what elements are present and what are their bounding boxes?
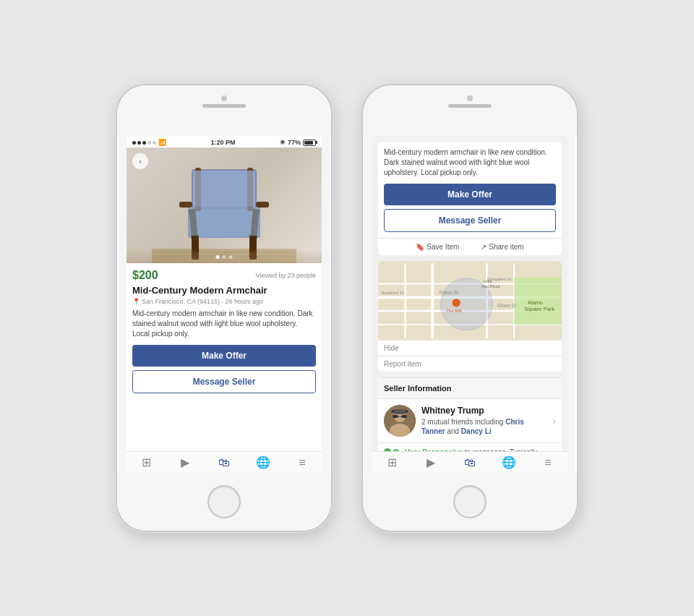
tab-news[interactable]: ⊞ bbox=[127, 455, 166, 469]
tab-marketplace-right[interactable]: 🛍 bbox=[450, 455, 489, 469]
friend2-name: Dancy Li bbox=[461, 427, 492, 435]
signal-dots bbox=[132, 141, 156, 145]
speaker-right bbox=[448, 104, 492, 108]
product-info: $200 Viewed by 23 people Mid-Century Mod… bbox=[127, 263, 322, 451]
tab-news-right[interactable]: ⊞ bbox=[372, 455, 411, 469]
svg-text:The Mill: The Mill bbox=[446, 308, 461, 313]
location-pin-icon: 📍 bbox=[132, 298, 140, 305]
seller-card: Seller Information bbox=[378, 377, 562, 451]
message-seller-button-right[interactable]: Message Seller bbox=[384, 209, 556, 232]
price-row: $200 Viewed by 23 people bbox=[132, 269, 316, 282]
svg-text:Fulton St: Fulton St bbox=[440, 290, 458, 295]
camera-right bbox=[467, 95, 473, 101]
svg-text:Square Park: Square Park bbox=[524, 306, 554, 312]
phone-top-right bbox=[363, 85, 577, 136]
seller-row[interactable]: Whitney Trump 2 mutual friends including… bbox=[378, 399, 562, 443]
and-text: and bbox=[445, 427, 461, 435]
svg-text:Alamo: Alamo bbox=[528, 299, 543, 306]
svg-point-32 bbox=[453, 299, 460, 307]
seller-avatar bbox=[384, 405, 416, 437]
avatar-svg bbox=[384, 405, 416, 437]
chair-image bbox=[152, 155, 296, 263]
status-right: ✳ 77% bbox=[280, 139, 316, 146]
svg-text:Star Pizza: Star Pizza bbox=[481, 284, 501, 288]
description-text: Mid-century modern armchair in like new … bbox=[378, 142, 562, 184]
save-item-label: Save Item bbox=[427, 243, 459, 251]
share-item-action[interactable]: ↗ Share item bbox=[481, 243, 523, 251]
make-offer-button[interactable]: Make Offer bbox=[132, 345, 316, 367]
product-title: Mid-Century Modern Armchair bbox=[132, 285, 316, 296]
make-offer-button-right[interactable]: Make Offer bbox=[384, 184, 556, 205]
location-text: San Francisco, CA (94115) · 26 hours ago bbox=[142, 298, 263, 305]
map-card: Alamo Square Park Fulton St Grove St Bro… bbox=[378, 261, 562, 372]
svg-rect-40 bbox=[401, 415, 407, 418]
screen-right: Mid-century modern armchair in like new … bbox=[372, 136, 567, 473]
seller-section-title: Seller Information bbox=[378, 377, 562, 399]
mutual-friends-text: 2 mutual friends including bbox=[421, 418, 505, 426]
dot5 bbox=[153, 141, 156, 145]
wifi-icon: 📶 bbox=[158, 139, 166, 146]
home-button-right[interactable] bbox=[453, 485, 487, 518]
tab-globe-right[interactable]: 🌐 bbox=[489, 455, 528, 469]
save-item-action[interactable]: 🔖 Save Item bbox=[416, 243, 459, 251]
dot-1 bbox=[216, 255, 220, 259]
seller-info: Whitney Trump 2 mutual friends including… bbox=[421, 406, 547, 436]
product-description: Mid-century modern armchair in like new … bbox=[132, 309, 316, 339]
message-seller-button[interactable]: Message Seller bbox=[132, 370, 316, 393]
svg-rect-12 bbox=[193, 171, 255, 207]
screen-left: 📶 1:20 PM ✳ 77% ‹ bbox=[127, 136, 322, 473]
share-item-label: Share item bbox=[489, 243, 523, 251]
price: $200 bbox=[132, 269, 158, 282]
image-dots bbox=[216, 255, 233, 259]
actions-row: 🔖 Save Item ↗ Share item bbox=[378, 238, 562, 255]
map-container: Alamo Square Park Fulton St Grove St Bro… bbox=[378, 261, 562, 341]
tab-globe[interactable]: 🌐 bbox=[244, 455, 283, 469]
hide-link[interactable]: Hide bbox=[378, 341, 562, 356]
svg-text:Little: Little bbox=[484, 279, 492, 283]
svg-rect-11 bbox=[189, 207, 259, 236]
camera-left bbox=[221, 95, 227, 101]
phone-bottom-right bbox=[363, 473, 577, 531]
dot-3 bbox=[229, 255, 233, 259]
tab-video[interactable]: ▶ bbox=[166, 455, 205, 469]
svg-text:Grove St: Grove St bbox=[497, 303, 516, 308]
dot2 bbox=[137, 141, 141, 145]
svg-rect-3 bbox=[179, 202, 192, 208]
svg-rect-43 bbox=[394, 409, 406, 414]
report-link[interactable]: Report item bbox=[378, 356, 562, 372]
dot4 bbox=[147, 141, 151, 145]
right-scroll-area: Mid-century modern armchair in like new … bbox=[372, 136, 567, 451]
dot-2 bbox=[223, 255, 226, 259]
tab-marketplace[interactable]: 🛍 bbox=[205, 455, 244, 469]
description-card: Mid-century modern armchair in like new … bbox=[378, 142, 562, 255]
dot3 bbox=[142, 141, 146, 145]
dot1 bbox=[132, 141, 136, 145]
phone-left: 📶 1:20 PM ✳ 77% ‹ bbox=[116, 84, 333, 532]
seller-mutual: 2 mutual friends including Chris Tanner … bbox=[421, 417, 547, 436]
status-left: 📶 bbox=[132, 139, 166, 146]
status-time: 1:20 PM bbox=[210, 139, 235, 146]
phone-top-left bbox=[117, 85, 331, 136]
chevron-right-icon: › bbox=[552, 415, 556, 427]
bluetooth-icon: ✳ bbox=[280, 139, 286, 146]
tab-menu-right[interactable]: ≡ bbox=[528, 455, 567, 469]
back-button[interactable]: ‹ bbox=[132, 153, 148, 169]
status-bar-left: 📶 1:20 PM ✳ 77% bbox=[127, 136, 322, 147]
tab-menu[interactable]: ≡ bbox=[283, 455, 322, 469]
tab-bar-right: ⊞ ▶ 🛍 🌐 ≡ bbox=[372, 451, 567, 473]
svg-rect-4 bbox=[256, 202, 269, 208]
bookmark-icon: 🔖 bbox=[416, 243, 424, 251]
viewed-by: Viewed by 23 people bbox=[256, 272, 316, 279]
tab-bar-left: ⊞ ▶ 🛍 🌐 ≡ bbox=[127, 451, 322, 473]
share-icon: ↗ bbox=[481, 243, 487, 251]
seller-name: Whitney Trump bbox=[421, 406, 547, 416]
phone-right: Mid-century modern armchair in like new … bbox=[361, 84, 578, 532]
phone-bottom-left bbox=[117, 473, 331, 531]
product-location: 📍 San Francisco, CA (94115) · 26 hours a… bbox=[132, 298, 316, 305]
svg-rect-39 bbox=[393, 415, 398, 418]
battery-icon bbox=[303, 140, 316, 146]
map-svg: Alamo Square Park Fulton St Grove St Bro… bbox=[378, 261, 562, 341]
product-image: ‹ bbox=[127, 147, 322, 263]
tab-video-right[interactable]: ▶ bbox=[411, 455, 450, 469]
home-button-left[interactable] bbox=[207, 485, 241, 518]
